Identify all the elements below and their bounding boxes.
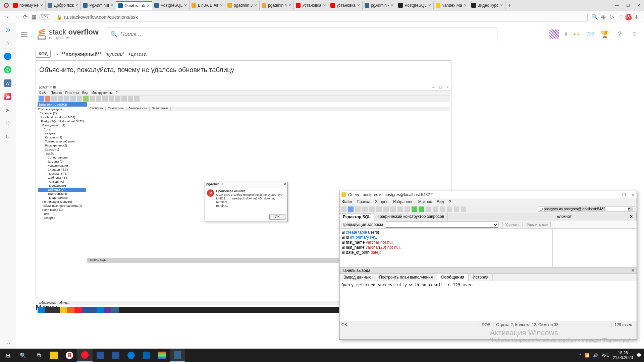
previous-queries-select[interactable] bbox=[386, 222, 498, 228]
word-icon[interactable] bbox=[108, 349, 123, 362]
app-icon[interactable] bbox=[154, 349, 170, 362]
window-maximize-button[interactable]: ☐ bbox=[623, 1, 633, 10]
explorer-icon[interactable] bbox=[46, 349, 62, 362]
close-icon[interactable]: ✕ bbox=[626, 213, 637, 221]
tray-chevron-icon[interactable]: ^ bbox=[579, 353, 581, 358]
stackoverflow-logo[interactable]: stack overflow на русском bbox=[36, 27, 99, 41]
browser-tab[interactable]: установка✕ bbox=[328, 1, 363, 10]
search-input[interactable] bbox=[120, 31, 494, 38]
bold-hint: **полужирный** bbox=[62, 51, 102, 57]
tab-query-builder[interactable]: Графический конструктор запросов bbox=[374, 213, 448, 221]
window-maximize-button[interactable]: ☐ bbox=[622, 192, 626, 197]
whatsapp-sidebar-icon[interactable]: ✆ bbox=[4, 66, 11, 73]
browser-tab[interactable]: Yandex Ma✕ bbox=[434, 1, 469, 10]
opera-icon[interactable] bbox=[77, 349, 93, 362]
speed-dial-icon[interactable]: ▷ bbox=[608, 13, 616, 21]
search-button[interactable]: 🔍 bbox=[15, 349, 31, 362]
delete-button[interactable]: Удалить bbox=[502, 222, 523, 227]
hamburger-button[interactable] bbox=[21, 29, 30, 39]
window-minimize-button[interactable]: — bbox=[613, 192, 617, 197]
code-button[interactable]: КОД bbox=[36, 50, 51, 58]
clock[interactable]: 18:26 21.06.2020 bbox=[613, 351, 633, 360]
pgadmin-icon[interactable] bbox=[170, 349, 185, 362]
editor-toolbar: КОД ··· **полужирный** *курсив* >цитата bbox=[36, 50, 644, 58]
nav-forward-button[interactable]: › bbox=[12, 13, 21, 21]
nav-back-button[interactable]: ‹ bbox=[3, 13, 12, 21]
system-tray[interactable]: ^ 📶 🔊 РУС 18:26 21.06.2020 💬 bbox=[579, 351, 644, 360]
new-tab-button[interactable]: + bbox=[505, 2, 514, 8]
browser-tab[interactable]: pgadmin 3✕ bbox=[225, 1, 260, 10]
pgadmin-menubar: ФайлПравкаПлагиныВидИнструменты? bbox=[38, 91, 450, 96]
window-close-button[interactable]: ✕ bbox=[633, 1, 644, 10]
close-icon[interactable]: ✕ bbox=[283, 182, 286, 187]
app-icon[interactable] bbox=[139, 349, 154, 362]
avatar[interactable] bbox=[549, 29, 559, 39]
window-close-button[interactable]: ✕ bbox=[631, 192, 635, 197]
camera-icon[interactable]: ◉ bbox=[599, 13, 608, 21]
browser-tab[interactable]: ВИЗА В Ав✕ bbox=[190, 1, 225, 10]
browser-tab[interactable]: Видео курс✕ bbox=[469, 1, 505, 10]
connection-dropdown[interactable]: ▢ postgres из postgres@localhost:5432 ▾ bbox=[538, 206, 635, 212]
app-icon[interactable] bbox=[93, 349, 108, 362]
messenger-sidebar-icon[interactable]: ~ bbox=[4, 53, 11, 60]
volume-icon[interactable]: 🔊 bbox=[593, 353, 598, 358]
vpn-button[interactable]: VPN bbox=[40, 14, 50, 19]
help-icon[interactable]: ? bbox=[615, 30, 624, 39]
search-box[interactable]: 🔍 bbox=[107, 27, 497, 41]
query-toolbar: ▢ postgres из postgres@localhost:5432 ▾ bbox=[339, 205, 637, 213]
output-panel-label: Панель вывода bbox=[341, 268, 370, 273]
error-icon: ✕ bbox=[207, 189, 214, 197]
adblock-icon[interactable]: ABP bbox=[625, 14, 632, 20]
url-input[interactable]: 🔒 ru.stackoverflow.com/questions/ask bbox=[54, 13, 588, 21]
close-icon[interactable]: ✕ bbox=[631, 268, 635, 273]
yandex-icon[interactable]: Я bbox=[62, 349, 77, 362]
browser-tab[interactable]: pgAdmin -✕ bbox=[363, 1, 396, 10]
vk-sidebar-icon[interactable]: w bbox=[4, 79, 11, 87]
windows-taskbar[interactable]: ⊞ 🔍 ⧉ Я ^ 📶 🔊 РУС 18:26 21.06.2020 💬 bbox=[0, 349, 644, 362]
pgadmin-toolbar bbox=[38, 96, 450, 102]
browser-tab[interactable]: Добро пож✕ bbox=[46, 1, 81, 10]
browser-tab[interactable]: почему не✕ bbox=[11, 1, 46, 10]
start-button[interactable]: ⊞ bbox=[0, 349, 15, 362]
opera-sidebar: ◎ ☆ ~ ✆ w ◉ ➤ ♡ ↻ ⋯ bbox=[0, 23, 15, 350]
editor-tabs[interactable]: Редактор SQL Графический конструктор зап… bbox=[339, 213, 553, 221]
browser-tab[interactable]: Установка✕ bbox=[294, 1, 328, 10]
speed-dial-sidebar-icon[interactable]: ◎ bbox=[4, 26, 11, 33]
bookmark-sidebar-icon[interactable]: ☆ bbox=[4, 39, 11, 47]
language-indicator[interactable]: РУС bbox=[601, 353, 609, 358]
heart-sidebar-icon[interactable]: ♡ bbox=[4, 120, 11, 127]
notifications-icon[interactable]: 💬 bbox=[636, 353, 641, 358]
instagram-sidebar-icon[interactable]: ◉ bbox=[4, 93, 11, 100]
ok-button[interactable]: OK bbox=[269, 215, 285, 220]
sql-editor[interactable]: ⊟ create table users(⊟ id int primary ke… bbox=[339, 229, 553, 267]
error-dialog: pgAdmin III✕ ✕ Произошла ошибка: ОШИБКА:… bbox=[205, 182, 288, 222]
search-icon[interactable]: 🔍 bbox=[590, 13, 599, 21]
community-icon[interactable]: ≡ bbox=[630, 30, 639, 39]
browser-tab[interactable]: PgAdminIII✕ bbox=[81, 1, 116, 10]
nav-tiles-button[interactable]: ▦ bbox=[30, 13, 38, 21]
achievements-icon[interactable]: 🏆 bbox=[600, 30, 609, 39]
more-sidebar-icon[interactable]: ⋯ bbox=[4, 339, 11, 347]
browser-tab[interactable]: pgadmin 4✕ bbox=[260, 1, 294, 10]
browser-tab[interactable]: Ошибка об✕ bbox=[116, 1, 152, 10]
output-tabs[interactable]: Вывод данныхПостроить план выполненияСоо… bbox=[339, 274, 637, 281]
nav-reload-button[interactable]: ⟳ bbox=[21, 13, 30, 21]
query-menubar[interactable]: ФайлПравкаЗапросИзбранноеМакросВид? bbox=[339, 198, 637, 205]
italic-hint: *курсив* bbox=[105, 51, 124, 57]
url-text: ru.stackoverflow.com/questions/ask bbox=[64, 14, 138, 20]
browser-tab[interactable]: PostgreSQL✕ bbox=[396, 1, 433, 10]
heart-icon[interactable]: ♡ bbox=[616, 13, 625, 21]
browser-tab[interactable]: PostgreSQL✕ bbox=[152, 1, 190, 10]
notepad-area[interactable] bbox=[553, 229, 637, 267]
window-minimize-button[interactable]: — bbox=[612, 1, 623, 10]
download-icon[interactable]: ⬇ bbox=[632, 13, 641, 21]
edge-icon[interactable] bbox=[123, 349, 139, 362]
delete-all-button[interactable]: Удалить все bbox=[524, 222, 551, 227]
task-view-button[interactable]: ⧉ bbox=[31, 349, 46, 362]
send-sidebar-icon[interactable]: ➤ bbox=[4, 106, 11, 114]
history-sidebar-icon[interactable]: ↻ bbox=[4, 133, 11, 140]
wifi-icon[interactable]: 📶 bbox=[585, 353, 590, 358]
tab-sql-editor[interactable]: Редактор SQL bbox=[339, 213, 374, 221]
inbox-icon[interactable]: 📨 bbox=[586, 30, 594, 39]
query-app-icon bbox=[341, 192, 346, 197]
